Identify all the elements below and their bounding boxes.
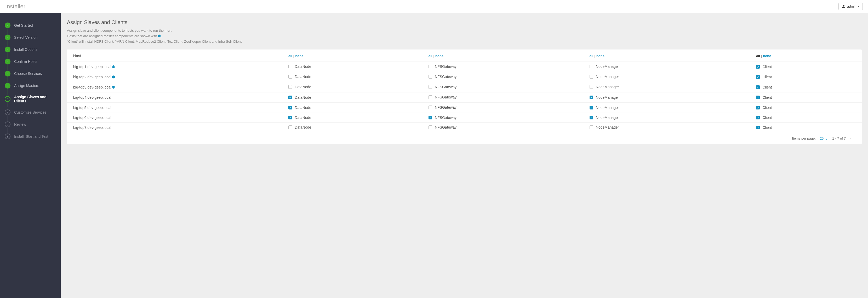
checkbox-label-nodemanager: NodeManager	[596, 75, 619, 79]
cell-nodemanager: NodeManager	[583, 62, 750, 72]
checkbox-client[interactable]	[756, 126, 760, 129]
checkbox-datanode[interactable]	[288, 85, 292, 89]
check-icon	[756, 86, 759, 88]
checkbox-client[interactable]	[756, 75, 760, 79]
check-icon	[590, 116, 593, 119]
checkbox-nodemanager[interactable]	[590, 116, 593, 119]
host-name: big-tdp4.dev-geep.local	[73, 95, 112, 100]
step-indicator: 9	[5, 134, 10, 139]
cell-datanode: DataNode	[282, 123, 422, 133]
checkbox-label-nodemanager: NodeManager	[596, 125, 619, 129]
checkbox-label-client: Client	[763, 95, 772, 100]
checkbox-nfsgateway[interactable]	[429, 126, 432, 129]
select-all-nodemanager[interactable]: all	[590, 54, 593, 58]
items-per-page-label: Items per page:	[792, 136, 816, 140]
cell-client: Client	[750, 62, 862, 72]
step-connector	[8, 88, 8, 95]
wizard-step-2[interactable]: Select Version	[0, 31, 61, 44]
checkbox-client[interactable]	[756, 65, 760, 69]
select-none-datanode[interactable]: none	[295, 54, 303, 58]
checkbox-nfsgateway[interactable]	[429, 75, 432, 79]
assignment-table: Hostall|noneall|noneall|noneall|none big…	[67, 50, 862, 133]
checkbox-datanode[interactable]	[288, 75, 292, 79]
user-menu-button[interactable]: admin ▾	[838, 3, 863, 10]
step-label: Choose Services	[14, 72, 42, 76]
checkbox-nfsgateway[interactable]	[429, 85, 432, 89]
caret-down-icon: ▾	[858, 5, 859, 8]
check-icon	[289, 106, 291, 109]
checkbox-datanode[interactable]	[288, 65, 292, 69]
checkbox-nodemanager[interactable]	[590, 75, 593, 79]
checkbox-datanode[interactable]	[288, 96, 292, 99]
checkbox-client[interactable]	[756, 116, 760, 119]
checkbox-nodemanager[interactable]	[590, 106, 593, 109]
host-cell: big-tdp3.dev-geep.local✱	[67, 82, 282, 92]
wizard-step-4[interactable]: Confirm Hosts	[0, 55, 61, 67]
checkbox-datanode[interactable]	[288, 116, 292, 119]
check-icon	[756, 76, 759, 78]
brand-title: Installer	[5, 3, 25, 10]
wizard-step-7[interactable]: 6Assign Slaves and Clients	[0, 92, 61, 106]
step-connector	[8, 115, 8, 121]
col-header-nodemanager: all|none	[583, 50, 750, 62]
select-none-client[interactable]: none	[763, 54, 771, 58]
wizard-step-1[interactable]: Get Started	[0, 19, 61, 31]
step-label: Install, Start and Test	[14, 134, 48, 138]
checkbox-client[interactable]	[756, 96, 760, 99]
cell-client: Client	[750, 72, 862, 82]
checkbox-client[interactable]	[756, 106, 760, 109]
step-indicator	[5, 83, 10, 88]
pager-next-button[interactable]: ›	[855, 136, 857, 140]
cell-datanode: DataNode	[282, 92, 422, 103]
select-all-nfsgateway[interactable]: all	[429, 54, 432, 58]
cell-nodemanager: NodeManager	[583, 123, 750, 133]
step-label: Assign Slaves and Clients	[14, 95, 56, 103]
host-name: big-tdp2.dev-geep.local	[73, 75, 112, 79]
wizard-step-8: 7Customize Services	[0, 106, 61, 118]
cell-datanode: DataNode	[282, 103, 422, 113]
table-row: big-tdp2.dev-geep.local✱DataNodeNFSGatew…	[67, 72, 862, 82]
checkbox-datanode[interactable]	[288, 106, 292, 109]
step-indicator	[5, 47, 10, 52]
cell-nodemanager: NodeManager	[583, 72, 750, 82]
checkbox-datanode[interactable]	[288, 126, 292, 129]
pager-prev-button[interactable]: ‹	[850, 136, 851, 140]
wizard-step-5[interactable]: Choose Services	[0, 67, 61, 80]
checkbox-nfsgateway[interactable]	[429, 95, 432, 99]
cell-nodemanager: NodeManager	[583, 92, 750, 103]
step-connector	[8, 127, 8, 134]
checkbox-label-nfsgateway: NFSGateway	[435, 75, 457, 79]
wizard-step-3[interactable]: Install Options	[0, 44, 61, 55]
wizard-step-6[interactable]: Assign Masters	[0, 80, 61, 92]
host-cell: big-tdp6.dev-geep.local	[67, 113, 282, 123]
checkbox-nodemanager[interactable]	[590, 65, 593, 69]
check-icon	[590, 106, 593, 109]
select-none-nfsgateway[interactable]: none	[435, 54, 443, 58]
step-indicator	[5, 23, 10, 28]
user-name: admin	[847, 4, 857, 8]
page-description: Assign slave and client components to ho…	[67, 28, 862, 44]
checkbox-client[interactable]	[756, 85, 760, 89]
select-all-client[interactable]: all	[756, 54, 760, 58]
host-name: big-tdp1.dev-geep.local	[73, 65, 112, 69]
checkbox-nfsgateway[interactable]	[429, 65, 432, 69]
select-none-nodemanager[interactable]: none	[596, 54, 604, 58]
page-title: Assign Slaves and Clients	[67, 19, 862, 25]
user-icon	[842, 5, 845, 8]
cell-nfsgateway: NFSGateway	[422, 113, 583, 123]
checkbox-label-nfsgateway: NFSGateway	[435, 95, 457, 99]
checkbox-nodemanager[interactable]	[590, 85, 593, 89]
checkbox-label-datanode: DataNode	[294, 75, 311, 79]
wizard-sidebar: Get StartedSelect VersionInstall Options…	[0, 13, 61, 298]
checkbox-nfsgateway[interactable]	[429, 106, 432, 109]
checkbox-nfsgateway[interactable]	[429, 116, 432, 119]
host-cell: big-tdp2.dev-geep.local✱	[67, 72, 282, 82]
topbar: Installer admin ▾	[0, 0, 868, 13]
checkbox-nodemanager[interactable]	[590, 96, 593, 99]
check-icon	[429, 116, 432, 119]
select-all-datanode[interactable]: all	[288, 54, 292, 58]
checkbox-label-nfsgateway: NFSGateway	[435, 85, 457, 89]
checkbox-nodemanager[interactable]	[590, 126, 593, 129]
cell-client: Client	[750, 82, 862, 92]
items-per-page-select[interactable]: 25 ⌄	[820, 136, 828, 140]
